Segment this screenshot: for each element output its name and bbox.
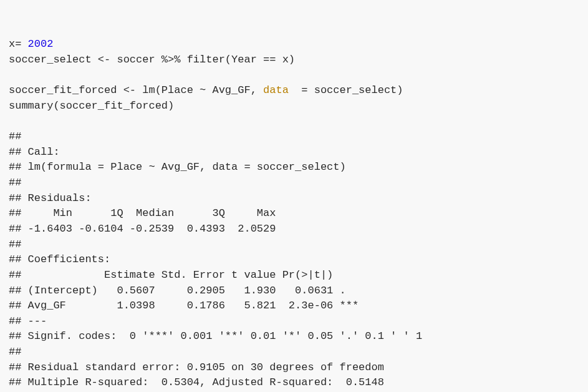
- output-line: ##: [9, 130, 28, 142]
- output-line: ##: [9, 346, 28, 358]
- output-line: ## ---: [9, 315, 47, 327]
- output-line: ##: [9, 238, 28, 250]
- output-line: ## Residual standard error: 0.9105 on 30…: [9, 361, 384, 373]
- output-line: ## Coefficients:: [9, 253, 110, 265]
- output-line: ##: [9, 177, 28, 189]
- output-line: ## Min 1Q Median 3Q Max: [9, 207, 282, 219]
- lm-call-tail: = soccer_select): [289, 84, 403, 96]
- output-line: ## lm(formula = Place ~ Avg_GF, data = s…: [9, 161, 346, 173]
- numeric-literal: 2002: [28, 38, 54, 50]
- code-line-1: x= 2002: [9, 38, 53, 50]
- lm-call-text: soccer_fit_forced <- lm(Place ~ Avg_GF,: [9, 84, 263, 96]
- output-line: ## Signif. codes: 0 '***' 0.001 '**' 0.0…: [9, 330, 422, 342]
- output-line: ## -1.6403 -0.6104 -0.2539 0.4393 2.0529: [9, 223, 282, 235]
- code-line-4: soccer_fit_forced <- lm(Place ~ Avg_GF, …: [9, 84, 403, 96]
- keyword-data: data: [263, 84, 289, 96]
- output-line: ## Multiple R-squared: 0.5304, Adjusted …: [9, 376, 390, 388]
- output-line: ## (Intercept) 0.5607 0.2905 1.930 0.063…: [9, 285, 359, 296]
- code-line-5: summary(soccer_fit_forced): [9, 100, 174, 112]
- output-line: ## Avg_GF 1.0398 0.1786 5.821 2.3e-06 **…: [9, 300, 359, 311]
- output-line: ## Estimate Std. Error t value Pr(>|t|): [9, 269, 359, 281]
- output-line: ## Call:: [9, 146, 60, 158]
- code-line-2: soccer_select <- soccer %>% filter(Year …: [9, 54, 295, 66]
- output-line: ## Residuals:: [9, 192, 92, 204]
- assign-text: x=: [9, 38, 28, 50]
